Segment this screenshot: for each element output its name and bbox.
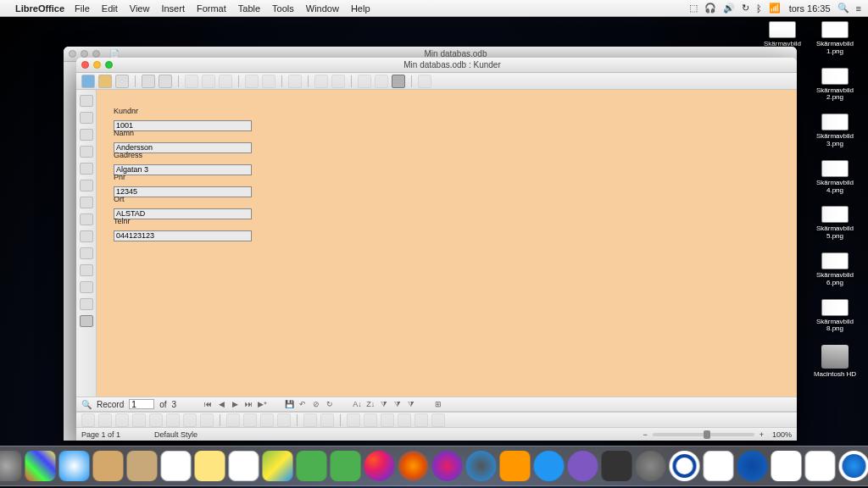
dock-ibooks[interactable] [500, 451, 531, 481]
close-button[interactable] [69, 50, 76, 58]
prev-record-button[interactable]: ◀ [217, 400, 225, 408]
dock-launchpad[interactable] [0, 451, 22, 481]
wifi-icon[interactable]: 📶 [769, 3, 781, 14]
checkbox-tool[interactable] [80, 112, 93, 124]
menu-file[interactable]: File [75, 3, 90, 14]
form-titlebar[interactable]: Min databas.odb : Kunder [76, 58, 797, 73]
dock-teamviewer[interactable] [839, 451, 869, 481]
dock-photobooth[interactable] [364, 451, 395, 481]
design-mode-button[interactable] [392, 75, 405, 88]
form-nav-tool[interactable] [80, 298, 93, 310]
dock-app[interactable] [704, 451, 734, 481]
dock-notes[interactable] [195, 451, 225, 481]
delete-record-button[interactable]: ⊘ [312, 400, 320, 408]
dock-reminders[interactable] [229, 451, 259, 481]
print-button[interactable] [159, 75, 172, 88]
sync-icon[interactable]: ↻ [742, 3, 749, 14]
more-controls-tool[interactable] [80, 247, 93, 259]
desktop-file-icon[interactable]: Skärmavbild 2.png [810, 68, 860, 103]
filter-button[interactable]: ⧩ [393, 400, 402, 408]
new-record-button[interactable]: ▶* [258, 400, 266, 408]
app-menu[interactable]: LibreOffice [15, 3, 64, 14]
desktop-file-icon[interactable]: Skärmavbild 8.png [810, 299, 860, 334]
zoom-value[interactable]: 100% [772, 430, 792, 439]
new-button[interactable] [81, 75, 95, 88]
minimize-button[interactable] [93, 61, 101, 69]
dropbox-icon[interactable]: ⬚ [689, 3, 698, 14]
record-number-input[interactable] [129, 399, 154, 409]
desktop-hd-icon[interactable]: Macintosh HD [810, 345, 860, 379]
dock-thunderbird[interactable] [737, 451, 768, 481]
minimize-button[interactable] [81, 50, 88, 58]
option-button-tool[interactable] [80, 180, 93, 191]
select-tool[interactable] [80, 95, 93, 107]
desktop-file-icon[interactable]: Skärmavbild 5.png [810, 206, 860, 241]
form-canvas[interactable]: Kundnr Namn Gadress Pnr Ort Telnr [97, 90, 797, 396]
find-record-icon[interactable]: 🔍 [81, 400, 92, 409]
desktop-file-icon[interactable]: Skärmavbild 6.png [810, 252, 860, 287]
zoom-out-button[interactable]: − [643, 430, 647, 439]
listbox-tool[interactable] [80, 197, 93, 208]
volume-icon[interactable]: 🔊 [723, 3, 735, 14]
dock-maps[interactable] [263, 451, 293, 481]
last-record-button[interactable]: ⏭ [244, 400, 253, 408]
pushbutton-tool[interactable] [80, 163, 93, 175]
status-style[interactable]: Default Style [154, 430, 198, 439]
form-filter-button[interactable]: ⧩ [407, 400, 415, 408]
sort-desc-button[interactable]: Z↓ [366, 400, 375, 408]
menu-view[interactable]: View [130, 3, 150, 14]
dock-calendar[interactable] [161, 451, 192, 481]
telnr-input[interactable] [114, 230, 252, 241]
dock-app[interactable] [602, 451, 632, 481]
autofilter-button[interactable]: ⧩ [380, 400, 388, 408]
zoom-in-button[interactable]: + [760, 430, 764, 439]
dock-itunes[interactable] [432, 451, 463, 481]
wizard-tool[interactable] [80, 281, 93, 293]
dock-messages[interactable] [297, 451, 327, 481]
dock-firefox[interactable] [398, 451, 429, 481]
desktop-file-icon[interactable]: Skärmavbild 4.png [810, 160, 860, 195]
dock-safari[interactable] [59, 451, 90, 481]
textbox-tool[interactable] [80, 129, 93, 141]
menu-tools[interactable]: Tools [272, 3, 294, 14]
zoom-button[interactable] [92, 50, 100, 58]
notification-center-icon[interactable]: ≡ [856, 3, 861, 14]
sort-asc-button[interactable]: A↓ [353, 400, 361, 408]
menu-format[interactable]: Format [197, 3, 226, 14]
menu-insert[interactable]: Insert [161, 3, 185, 14]
zoom-button[interactable] [105, 61, 113, 69]
dock-settings[interactable] [636, 451, 666, 481]
next-record-button[interactable]: ▶ [231, 400, 239, 408]
refresh-button[interactable]: ↻ [326, 400, 334, 408]
dock-preview[interactable] [771, 451, 802, 481]
dock-mission-control[interactable] [25, 451, 56, 481]
menu-help[interactable]: Help [351, 3, 370, 14]
first-record-button[interactable]: ⏮ [203, 400, 212, 408]
data-source-button[interactable]: ⊞ [434, 400, 442, 408]
save-button[interactable] [115, 75, 129, 88]
label-tool[interactable] [80, 230, 93, 242]
combobox-tool[interactable] [80, 214, 93, 225]
dock-openoffice[interactable] [670, 451, 700, 481]
dock-appstore[interactable] [534, 451, 565, 481]
dock-contacts[interactable] [127, 451, 158, 481]
menu-edit[interactable]: Edit [102, 3, 118, 14]
dock-facetime[interactable] [331, 451, 361, 481]
desktop-file-icon[interactable]: Skärmavbild 1.png [810, 21, 860, 56]
dock-quicktime[interactable] [466, 451, 497, 481]
export-pdf-button[interactable] [142, 75, 155, 88]
menu-window[interactable]: Window [306, 3, 339, 14]
menu-table[interactable]: Table [238, 3, 260, 14]
dock-imovie[interactable] [568, 451, 598, 481]
undo-record-button[interactable]: ↶ [298, 400, 307, 408]
menubar-clock[interactable]: tors 16:35 [789, 3, 831, 14]
formatted-field-tool[interactable] [80, 146, 93, 158]
design-mode-toggle[interactable] [80, 315, 93, 327]
bluetooth-icon[interactable]: ᛒ [756, 3, 762, 14]
dock-app[interactable] [93, 451, 124, 481]
form-design-tool[interactable] [80, 264, 93, 276]
desktop-file-icon[interactable]: Skärmavbild 3.png [810, 114, 860, 148]
spotlight-icon[interactable]: 🔍 [837, 3, 849, 14]
save-record-button[interactable]: 💾 [285, 400, 293, 408]
dock-textedit[interactable] [805, 451, 836, 481]
